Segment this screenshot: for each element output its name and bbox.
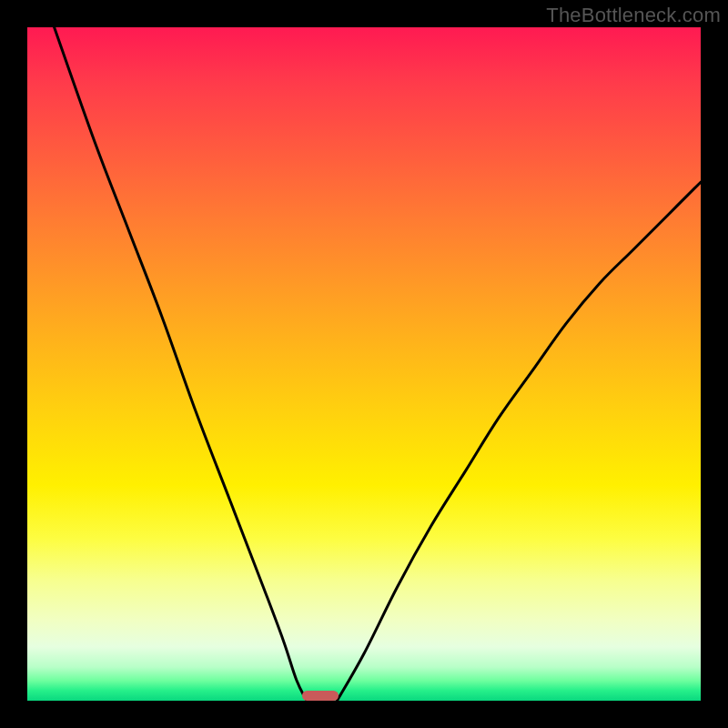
right-branch-curve [337, 182, 701, 701]
left-branch-curve [55, 27, 308, 701]
plot-area [27, 27, 701, 701]
optimal-marker [302, 691, 339, 701]
chart-frame: TheBottleneck.com [0, 0, 728, 728]
watermark-text: TheBottleneck.com [546, 4, 721, 27]
curve-layer [27, 27, 701, 701]
